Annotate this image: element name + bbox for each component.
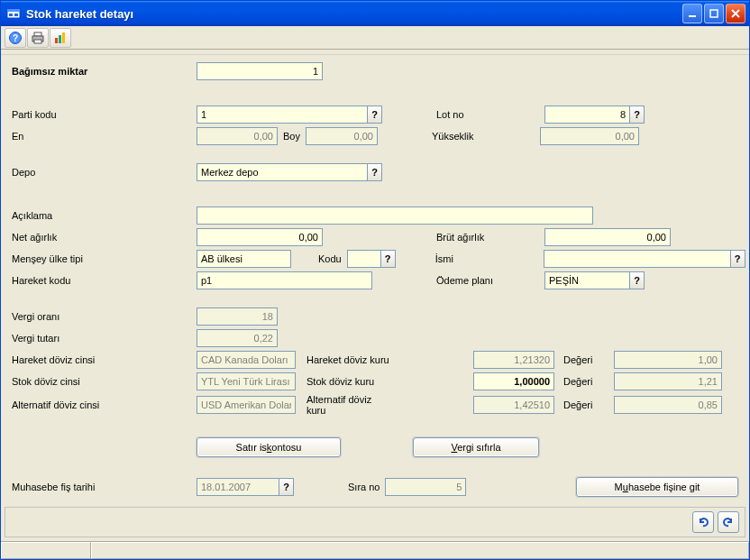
svg-rect-10 xyxy=(34,40,41,43)
label-muhasebe-fis-tarihi: Muhasebe fiş tarihi xyxy=(12,482,197,492)
vergi-orani-input xyxy=(197,308,278,326)
alternatif-degeri-input xyxy=(614,396,722,414)
label-alternatif-doviz-cinsi: Alternatif döviz cinsi xyxy=(12,399,197,410)
label-odeme-plani: Ödeme planı xyxy=(436,275,544,286)
label-aciklama: Açıklama xyxy=(12,210,197,221)
mensey-kodu-lookup-button[interactable]: ? xyxy=(381,250,396,268)
alternatif-doviz-kuru-input xyxy=(473,396,554,414)
status-cell-2 xyxy=(91,542,749,559)
yukseklik-input xyxy=(540,127,639,145)
svg-rect-13 xyxy=(62,32,65,43)
label-hareket-doviz-kuru: Hareket döviz kuru xyxy=(306,354,392,365)
bagimsiz-miktar-input[interactable] xyxy=(197,62,323,80)
close-button[interactable] xyxy=(726,4,745,23)
muhasebe-fis-tarihi-lookup-button[interactable]: ? xyxy=(279,478,294,496)
svg-rect-2 xyxy=(9,14,13,16)
label-parti-kodu: Parti kodu xyxy=(12,109,197,120)
net-agirlik-input[interactable] xyxy=(197,228,323,246)
label-hareket-degeri: Değeri xyxy=(563,354,608,365)
brut-agirlik-input[interactable] xyxy=(544,228,671,246)
sira-no-input xyxy=(385,478,466,496)
label-hareket-kodu: Hareket kodu xyxy=(12,275,197,286)
alternatif-doviz-cinsi-input xyxy=(197,396,296,414)
bottom-bar xyxy=(5,507,745,537)
svg-rect-3 xyxy=(14,14,18,16)
hareket-degeri-input xyxy=(614,351,722,369)
label-yukseklik: Yükseklik xyxy=(432,131,540,142)
ismi-input[interactable] xyxy=(544,250,731,268)
window-controls xyxy=(682,4,745,23)
app-icon xyxy=(6,6,21,21)
label-lot-no: Lot no xyxy=(436,109,544,120)
print-tool-button[interactable] xyxy=(27,28,49,48)
odeme-plani-lookup-button[interactable]: ? xyxy=(630,271,645,289)
label-ismi: İsmi xyxy=(435,253,544,264)
label-en: En xyxy=(12,131,197,142)
lot-no-lookup-button[interactable]: ? xyxy=(630,106,645,124)
label-bagimsiz-miktar: Bağımsız miktar xyxy=(12,66,197,77)
stok-degeri-input xyxy=(614,372,722,390)
label-net-agirlik: Net ağırlık xyxy=(12,232,197,243)
svg-rect-8 xyxy=(34,32,41,36)
vergi-tutari-input xyxy=(197,329,278,347)
mensey-ulke-tipi-input[interactable] xyxy=(197,250,291,268)
label-alternatif-degeri: Değeri xyxy=(563,399,608,410)
svg-rect-11 xyxy=(55,38,58,43)
redo-button[interactable] xyxy=(718,511,739,533)
maximize-button[interactable] xyxy=(704,4,724,23)
label-kodu: Kodu xyxy=(318,253,342,264)
vergi-sifirla-button[interactable]: Vergi sıfırla xyxy=(413,437,539,457)
window-title: Stok hareket detayı xyxy=(26,7,682,21)
svg-rect-12 xyxy=(59,35,61,43)
stok-doviz-cinsi-input xyxy=(197,372,296,390)
toolbar: ? xyxy=(1,26,749,50)
svg-rect-1 xyxy=(7,9,20,12)
lot-no-input[interactable] xyxy=(544,106,630,124)
parti-kodu-lookup-button[interactable]: ? xyxy=(368,106,382,124)
status-cell-1 xyxy=(1,542,91,559)
satir-iskontosu-button[interactable]: Satır iskontosu xyxy=(197,437,341,457)
stok-doviz-kuru-input[interactable] xyxy=(473,372,554,390)
hareket-doviz-kuru-input xyxy=(473,351,554,369)
muhasebe-fis-tarihi-input xyxy=(197,478,279,496)
client-area: Bağımsız miktar Parti kodu ? Lot no ? En… xyxy=(1,55,749,541)
mensey-kodu-input[interactable] xyxy=(347,250,381,268)
label-boy: Boy xyxy=(283,131,300,142)
boy-input xyxy=(306,127,378,145)
label-hareket-doviz-cinsi: Hareket döviz cinsi xyxy=(12,354,197,365)
undo-button[interactable] xyxy=(692,511,714,533)
label-stok-degeri: Değeri xyxy=(563,376,608,387)
label-vergi-tutari: Vergi tutarı xyxy=(12,333,197,344)
label-brut-agirlik: Brüt ağırlık xyxy=(436,232,544,243)
label-stok-doviz-cinsi: Stok döviz cinsi xyxy=(12,376,197,387)
odeme-plani-input[interactable] xyxy=(544,271,630,289)
label-alternatif-doviz-kuru: Alternatif döviz kuru xyxy=(306,394,392,416)
ismi-lookup-button[interactable]: ? xyxy=(731,250,745,268)
muhasebe-fisine-git-button[interactable]: Muhasebe fişine git xyxy=(576,477,738,497)
label-depo: Depo xyxy=(12,167,197,178)
titlebar: Stok hareket detayı xyxy=(1,1,749,26)
parti-kodu-input[interactable] xyxy=(197,106,368,124)
statusbar xyxy=(1,541,749,559)
minimize-button[interactable] xyxy=(682,4,702,23)
help-tool-button[interactable]: ? xyxy=(5,28,26,48)
label-sira-no: Sıra no xyxy=(348,482,380,492)
label-mensey-ulke-tipi: Menşey ülke tipi xyxy=(12,253,197,264)
svg-rect-4 xyxy=(689,15,696,17)
hareket-kodu-input[interactable] xyxy=(197,271,372,289)
aciklama-input[interactable] xyxy=(197,207,593,225)
depo-input[interactable] xyxy=(197,163,368,181)
depo-lookup-button[interactable]: ? xyxy=(368,163,382,181)
label-stok-doviz-kuru: Stok döviz kuru xyxy=(306,376,392,387)
en-input xyxy=(197,127,278,145)
hareket-doviz-cinsi-input xyxy=(197,351,296,369)
window-frame: Stok hareket detayı ? Bağımsız mikta xyxy=(0,0,750,560)
chart-tool-button[interactable] xyxy=(50,28,71,48)
svg-rect-5 xyxy=(710,10,718,17)
label-vergi-orani: Vergi oranı xyxy=(12,311,197,322)
svg-text:?: ? xyxy=(13,33,18,43)
